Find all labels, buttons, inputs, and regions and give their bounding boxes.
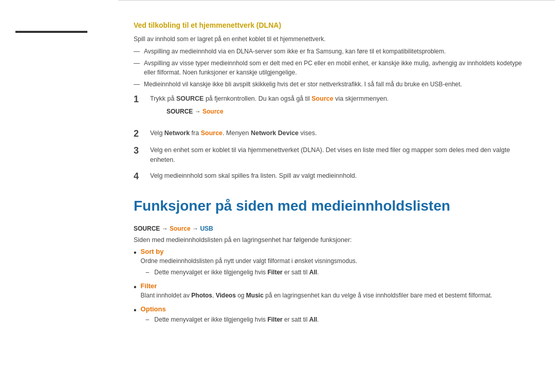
steps-list: 1 Trykk på SOURCE på fjernkontrollen. Du… xyxy=(134,94,529,182)
step-3: 3 Velg en enhet som er koblet til via hj… xyxy=(134,145,529,165)
step-4: 4 Velg medieinnhold som skal spilles fra… xyxy=(134,171,529,182)
dlna-title: Ved tilkobling til et hjemmenettverk (DL… xyxy=(134,21,529,29)
dlna-note-3: Medieinnhold vil kanskje ikke bli avspil… xyxy=(134,80,529,89)
options-label: Options xyxy=(141,305,529,313)
sort-by-sub-1: Dette menyvalget er ikke tilgjengelig hv… xyxy=(141,268,529,277)
sort-by-label: Sort by xyxy=(141,248,529,255)
main-content: Ved tilkobling til et hjemmenettverk (DL… xyxy=(118,0,555,392)
dlna-note-2: Avspilling av visse typer medieinnhold s… xyxy=(134,59,529,77)
options-sub-1: Dette menyvalget er ikke tilgjengelig hv… xyxy=(141,315,529,324)
sort-by-desc: Ordne medieinnholdslisten på nytt under … xyxy=(141,256,529,266)
bullet-sort-by: • Sort by Ordne medieinnholdslisten på n… xyxy=(134,248,529,277)
source-line-1: SOURCE → Source xyxy=(166,107,529,116)
bullet-options: • Options Dette menyvalget er ikke tilgj… xyxy=(134,305,529,324)
funksjoner-title: Funksjoner på siden med medieinnholdslis… xyxy=(134,197,529,215)
filter-label: Filter xyxy=(141,282,529,290)
dlna-note-1: Avspilling av medieinnhold via en DLNA-s… xyxy=(134,47,529,56)
section-funksjoner: Funksjoner på siden med medieinnholdslis… xyxy=(134,197,529,324)
dlna-intro: Spill av innhold som er lagret på en enh… xyxy=(134,34,529,44)
page: Ved tilkobling til et hjemmenettverk (DL… xyxy=(0,0,555,392)
sidebar-bar xyxy=(15,31,87,33)
bullet-section: • Sort by Ordne medieinnholdslisten på n… xyxy=(134,248,529,324)
bullet-filter: • Filter Blant innholdet av Photos, Vide… xyxy=(134,282,529,300)
filter-desc: Blant innholdet av Photos, Videos og Mus… xyxy=(141,291,529,300)
step-2: 2 Velg Network fra Source. Menyen Networ… xyxy=(134,128,529,140)
section-dlna: Ved tilkobling til et hjemmenettverk (DL… xyxy=(134,21,529,182)
step-1: 1 Trykk på SOURCE på fjernkontrollen. Du… xyxy=(134,94,529,122)
funksjoner-intro: Siden med medieinnholdslisten på en lagr… xyxy=(134,236,529,244)
source-block-2: SOURCE → Source → USB xyxy=(134,225,529,232)
sidebar xyxy=(0,0,118,392)
